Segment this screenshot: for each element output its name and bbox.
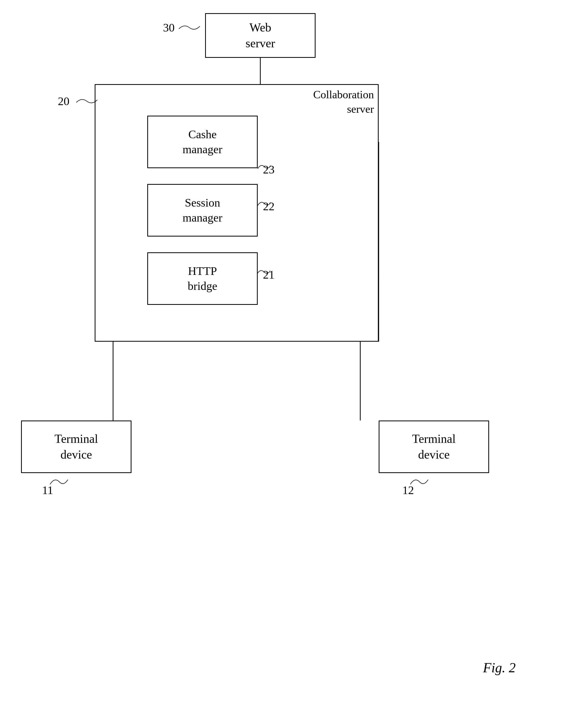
session-manager-box: Session manager (147, 184, 258, 237)
ref-30-tilde (179, 24, 202, 32)
ref-23-tilde (258, 163, 271, 170)
cashe-manager-label: Cashe manager (182, 127, 222, 157)
terminal-2-box: Terminal device (379, 421, 489, 473)
ref-22-tilde (258, 200, 271, 207)
cashe-manager-box: Cashe manager (147, 116, 258, 168)
terminal-1-label: Terminal device (54, 431, 98, 463)
ref-20-tilde (76, 97, 100, 105)
session-manager-label: Session manager (182, 195, 222, 225)
ref-11-tilde (50, 477, 68, 486)
diagram: Web server 30 Collaboration server 20 Ca… (0, 0, 563, 728)
collaboration-server-label: Collaboration server (313, 88, 374, 116)
http-bridge-label: HTTP bridge (188, 264, 217, 294)
figure-label: Fig. 2 (483, 660, 516, 675)
web-server-label: Web server (245, 20, 275, 51)
terminal-1-box: Terminal device (21, 421, 131, 473)
http-bridge-box: HTTP bridge (147, 252, 258, 305)
terminal-2-label: Terminal device (412, 431, 456, 463)
ref-12-tilde (410, 477, 429, 486)
ref-20: 20 (58, 95, 69, 108)
ref-21-tilde (257, 269, 270, 275)
web-server-box: Web server (205, 13, 316, 58)
ref-30: 30 (163, 21, 175, 34)
